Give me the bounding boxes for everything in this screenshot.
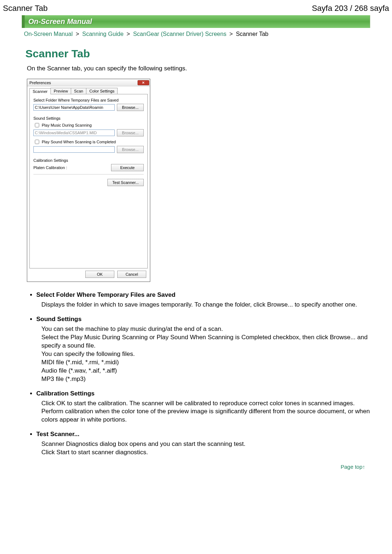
item-body: You can set the machine to play music du… [41,325,370,383]
browse-music-button[interactable]: Browse... [117,129,144,136]
breadcrumb-sep: > [76,31,79,37]
play-sound-complete-checkbox[interactable] [35,140,39,144]
breadcrumb-current: Scanner Tab [236,31,269,37]
browse-complete-sound-button[interactable]: Browse... [117,146,144,153]
item-title: Sound Settings [36,316,370,323]
list-item: Select Folder Where Temporary Files are … [36,291,370,309]
folder-path-input[interactable] [33,104,115,111]
page-top-link[interactable]: Page top↑ [340,464,365,470]
dialog-title: Preferences [29,81,51,85]
tab-color-settings[interactable]: Color Settings [86,88,118,94]
green-header-bar: On-Screen Manual [22,15,370,28]
ok-button[interactable]: OK [85,271,114,278]
breadcrumb-sep: > [229,31,233,37]
test-scanner-button[interactable]: Test Scanner... [107,179,144,186]
header-title-right: Sayfa 203 / 268 sayfa [312,4,389,13]
close-icon[interactable]: ✕ [138,80,149,85]
breadcrumb-link-scangear-screens[interactable]: ScanGear (Scanner Driver) Screens [133,31,226,37]
list-item: Calibration Settings Click OK to start t… [36,390,370,424]
execute-button[interactable]: Execute [111,164,144,171]
item-body: Click OK to start the calibration. The s… [41,399,370,424]
header-title-left: Scanner Tab [3,4,48,13]
breadcrumb-sep: > [127,31,130,37]
sound-settings-label: Sound Settings [33,116,144,120]
intro-text: On the Scanner tab, you can specify the … [27,65,370,72]
settings-list: Select Folder Where Temporary Files are … [36,291,370,457]
music-file-input[interactable] [33,130,115,136]
list-item: Test Scanner... Scanner Diagnostics dial… [36,431,370,457]
item-title: Select Folder Where Temporary Files are … [36,291,370,299]
tab-scanner[interactable]: Scanner [29,88,51,94]
breadcrumb: On-Screen Manual > Scanning Guide > Scan… [22,28,370,40]
item-body: Displays the folder in which to save ima… [41,301,370,309]
separator [33,174,144,175]
item-title: Calibration Settings [36,390,370,397]
breadcrumb-link-scanning-guide[interactable]: Scanning Guide [82,31,124,37]
page-title: Scanner Tab [25,48,370,60]
tab-scan[interactable]: Scan [71,88,86,94]
calibration-settings-label: Calibration Settings [33,158,144,163]
item-body: Scanner Diagnostics dialog box opens and… [41,440,370,457]
platen-calibration-label: Platen Calibration : [33,165,67,170]
play-music-checkbox[interactable] [35,123,39,127]
cancel-button[interactable]: Cancel [117,271,146,278]
list-item: Sound Settings You can set the machine t… [36,316,370,383]
preferences-dialog: Preferences ✕ Scanner Preview Scan Color… [27,79,150,282]
folder-section-label: Select Folder Where Temporary Files are … [33,98,144,102]
browse-folder-button[interactable]: Browse... [117,104,144,111]
play-sound-complete-label: Play Sound When Scanning is Completed [42,140,116,144]
up-arrow-icon: ↑ [363,464,366,470]
play-music-label: Play Music During Scanning [42,123,92,127]
item-title: Test Scanner... [36,431,370,438]
breadcrumb-link-manual[interactable]: On-Screen Manual [24,31,73,37]
tab-preview[interactable]: Preview [50,88,71,94]
complete-sound-input[interactable] [33,146,115,153]
